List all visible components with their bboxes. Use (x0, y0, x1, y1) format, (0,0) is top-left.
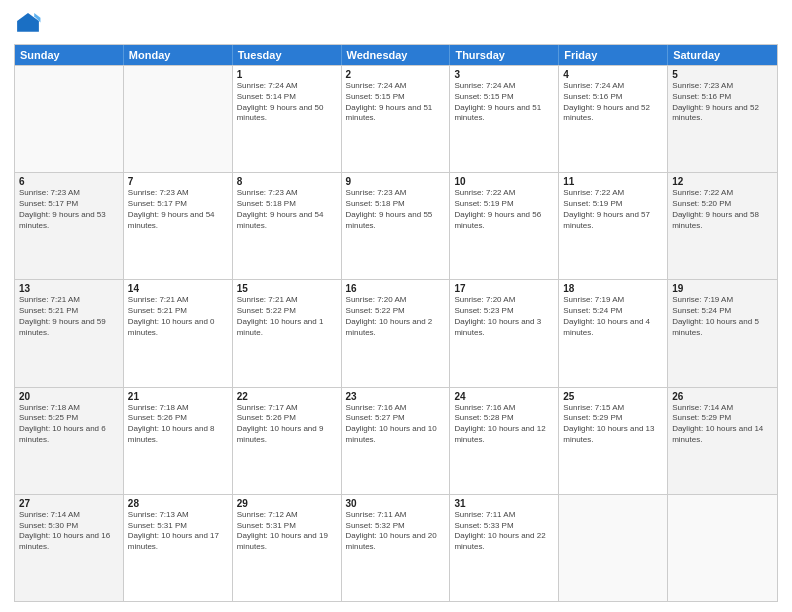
day-number: 6 (19, 176, 119, 187)
calendar-cell: 9Sunrise: 7:23 AMSunset: 5:18 PMDaylight… (342, 173, 451, 279)
day-number: 9 (346, 176, 446, 187)
calendar-cell: 23Sunrise: 7:16 AMSunset: 5:27 PMDayligh… (342, 388, 451, 494)
day-number: 23 (346, 391, 446, 402)
day-number: 31 (454, 498, 554, 509)
day-number: 8 (237, 176, 337, 187)
day-number: 22 (237, 391, 337, 402)
calendar-cell: 10Sunrise: 7:22 AMSunset: 5:19 PMDayligh… (450, 173, 559, 279)
calendar-cell: 12Sunrise: 7:22 AMSunset: 5:20 PMDayligh… (668, 173, 777, 279)
day-number: 19 (672, 283, 773, 294)
day-number: 13 (19, 283, 119, 294)
day-number: 25 (563, 391, 663, 402)
calendar-day-header: Tuesday (233, 45, 342, 65)
day-number: 17 (454, 283, 554, 294)
day-info: Sunrise: 7:22 AMSunset: 5:19 PMDaylight:… (454, 188, 554, 231)
calendar-cell: 7Sunrise: 7:23 AMSunset: 5:17 PMDaylight… (124, 173, 233, 279)
day-number: 28 (128, 498, 228, 509)
day-info: Sunrise: 7:24 AMSunset: 5:16 PMDaylight:… (563, 81, 663, 124)
day-info: Sunrise: 7:16 AMSunset: 5:27 PMDaylight:… (346, 403, 446, 446)
day-info: Sunrise: 7:11 AMSunset: 5:33 PMDaylight:… (454, 510, 554, 553)
calendar-cell: 24Sunrise: 7:16 AMSunset: 5:28 PMDayligh… (450, 388, 559, 494)
day-number: 4 (563, 69, 663, 80)
calendar-day-header: Sunday (15, 45, 124, 65)
day-number: 24 (454, 391, 554, 402)
day-info: Sunrise: 7:21 AMSunset: 5:21 PMDaylight:… (19, 295, 119, 338)
calendar-cell: 29Sunrise: 7:12 AMSunset: 5:31 PMDayligh… (233, 495, 342, 601)
day-info: Sunrise: 7:23 AMSunset: 5:16 PMDaylight:… (672, 81, 773, 124)
calendar-day-header: Friday (559, 45, 668, 65)
calendar-day-header: Thursday (450, 45, 559, 65)
calendar-cell: 22Sunrise: 7:17 AMSunset: 5:26 PMDayligh… (233, 388, 342, 494)
day-info: Sunrise: 7:15 AMSunset: 5:29 PMDaylight:… (563, 403, 663, 446)
day-info: Sunrise: 7:20 AMSunset: 5:23 PMDaylight:… (454, 295, 554, 338)
calendar-day-header: Saturday (668, 45, 777, 65)
day-number: 10 (454, 176, 554, 187)
header (14, 10, 778, 38)
day-info: Sunrise: 7:11 AMSunset: 5:32 PMDaylight:… (346, 510, 446, 553)
day-info: Sunrise: 7:24 AMSunset: 5:15 PMDaylight:… (346, 81, 446, 124)
calendar-cell (668, 495, 777, 601)
day-info: Sunrise: 7:22 AMSunset: 5:19 PMDaylight:… (563, 188, 663, 231)
day-info: Sunrise: 7:23 AMSunset: 5:17 PMDaylight:… (19, 188, 119, 231)
day-number: 30 (346, 498, 446, 509)
day-info: Sunrise: 7:21 AMSunset: 5:22 PMDaylight:… (237, 295, 337, 338)
page: SundayMondayTuesdayWednesdayThursdayFrid… (0, 0, 792, 612)
calendar-day-header: Monday (124, 45, 233, 65)
day-number: 20 (19, 391, 119, 402)
day-info: Sunrise: 7:13 AMSunset: 5:31 PMDaylight:… (128, 510, 228, 553)
calendar-cell: 1Sunrise: 7:24 AMSunset: 5:14 PMDaylight… (233, 66, 342, 172)
calendar-cell: 25Sunrise: 7:15 AMSunset: 5:29 PMDayligh… (559, 388, 668, 494)
calendar-day-header: Wednesday (342, 45, 451, 65)
calendar-cell: 2Sunrise: 7:24 AMSunset: 5:15 PMDaylight… (342, 66, 451, 172)
day-number: 27 (19, 498, 119, 509)
day-number: 12 (672, 176, 773, 187)
calendar-cell: 15Sunrise: 7:21 AMSunset: 5:22 PMDayligh… (233, 280, 342, 386)
day-number: 3 (454, 69, 554, 80)
day-info: Sunrise: 7:18 AMSunset: 5:25 PMDaylight:… (19, 403, 119, 446)
calendar-cell: 21Sunrise: 7:18 AMSunset: 5:26 PMDayligh… (124, 388, 233, 494)
day-info: Sunrise: 7:14 AMSunset: 5:30 PMDaylight:… (19, 510, 119, 553)
day-info: Sunrise: 7:20 AMSunset: 5:22 PMDaylight:… (346, 295, 446, 338)
day-info: Sunrise: 7:19 AMSunset: 5:24 PMDaylight:… (563, 295, 663, 338)
day-info: Sunrise: 7:22 AMSunset: 5:20 PMDaylight:… (672, 188, 773, 231)
calendar-cell: 27Sunrise: 7:14 AMSunset: 5:30 PMDayligh… (15, 495, 124, 601)
day-info: Sunrise: 7:16 AMSunset: 5:28 PMDaylight:… (454, 403, 554, 446)
day-number: 2 (346, 69, 446, 80)
calendar-cell (124, 66, 233, 172)
calendar-cell: 18Sunrise: 7:19 AMSunset: 5:24 PMDayligh… (559, 280, 668, 386)
day-info: Sunrise: 7:12 AMSunset: 5:31 PMDaylight:… (237, 510, 337, 553)
day-info: Sunrise: 7:23 AMSunset: 5:18 PMDaylight:… (237, 188, 337, 231)
calendar-cell: 3Sunrise: 7:24 AMSunset: 5:15 PMDaylight… (450, 66, 559, 172)
calendar-cell: 30Sunrise: 7:11 AMSunset: 5:32 PMDayligh… (342, 495, 451, 601)
logo (14, 10, 46, 38)
day-number: 29 (237, 498, 337, 509)
day-number: 14 (128, 283, 228, 294)
calendar-cell: 14Sunrise: 7:21 AMSunset: 5:21 PMDayligh… (124, 280, 233, 386)
calendar-cell: 13Sunrise: 7:21 AMSunset: 5:21 PMDayligh… (15, 280, 124, 386)
day-number: 15 (237, 283, 337, 294)
calendar-cell: 20Sunrise: 7:18 AMSunset: 5:25 PMDayligh… (15, 388, 124, 494)
calendar-week-row: 13Sunrise: 7:21 AMSunset: 5:21 PMDayligh… (15, 279, 777, 386)
calendar-week-row: 20Sunrise: 7:18 AMSunset: 5:25 PMDayligh… (15, 387, 777, 494)
calendar-cell (15, 66, 124, 172)
calendar-cell: 28Sunrise: 7:13 AMSunset: 5:31 PMDayligh… (124, 495, 233, 601)
calendar-cell: 17Sunrise: 7:20 AMSunset: 5:23 PMDayligh… (450, 280, 559, 386)
day-number: 21 (128, 391, 228, 402)
calendar-body: 1Sunrise: 7:24 AMSunset: 5:14 PMDaylight… (15, 65, 777, 601)
calendar-cell: 8Sunrise: 7:23 AMSunset: 5:18 PMDaylight… (233, 173, 342, 279)
calendar-cell: 11Sunrise: 7:22 AMSunset: 5:19 PMDayligh… (559, 173, 668, 279)
calendar-week-row: 1Sunrise: 7:24 AMSunset: 5:14 PMDaylight… (15, 65, 777, 172)
calendar-cell: 16Sunrise: 7:20 AMSunset: 5:22 PMDayligh… (342, 280, 451, 386)
calendar-header-row: SundayMondayTuesdayWednesdayThursdayFrid… (15, 45, 777, 65)
day-info: Sunrise: 7:24 AMSunset: 5:15 PMDaylight:… (454, 81, 554, 124)
day-number: 18 (563, 283, 663, 294)
calendar: SundayMondayTuesdayWednesdayThursdayFrid… (14, 44, 778, 602)
calendar-week-row: 27Sunrise: 7:14 AMSunset: 5:30 PMDayligh… (15, 494, 777, 601)
day-info: Sunrise: 7:21 AMSunset: 5:21 PMDaylight:… (128, 295, 228, 338)
calendar-week-row: 6Sunrise: 7:23 AMSunset: 5:17 PMDaylight… (15, 172, 777, 279)
day-info: Sunrise: 7:14 AMSunset: 5:29 PMDaylight:… (672, 403, 773, 446)
calendar-cell: 19Sunrise: 7:19 AMSunset: 5:24 PMDayligh… (668, 280, 777, 386)
day-number: 5 (672, 69, 773, 80)
calendar-cell: 5Sunrise: 7:23 AMSunset: 5:16 PMDaylight… (668, 66, 777, 172)
calendar-cell: 6Sunrise: 7:23 AMSunset: 5:17 PMDaylight… (15, 173, 124, 279)
